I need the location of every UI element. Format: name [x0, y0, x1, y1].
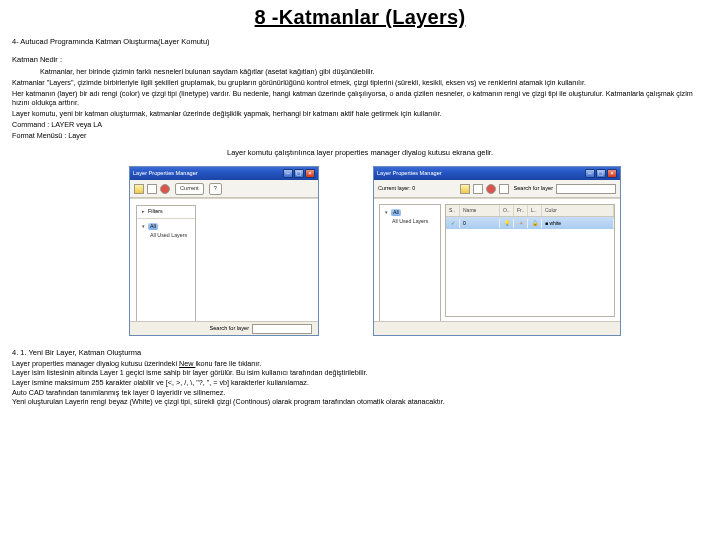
toolbar: Current layer: 0 Search for layer [374, 180, 620, 198]
subheader: 4- Autucad Programında Katman Oluşturma(… [12, 37, 708, 47]
lock-icon[interactable]: 🔓 [528, 219, 542, 228]
section-katman-nedir: Katman Nedir : [12, 55, 708, 65]
filter-item-all[interactable]: ▾ All [140, 222, 192, 231]
filter-item-label: All Used Layers [392, 218, 428, 225]
content-area: 4- Autucad Programında Katman Oluşturma(… [0, 37, 720, 407]
col-color[interactable]: Color [542, 205, 614, 216]
new-keyword: New [179, 359, 195, 368]
window-buttons: – ▢ × [283, 169, 315, 178]
freeze-icon[interactable]: ☀ [514, 219, 528, 228]
window-buttons: – ▢ × [585, 169, 617, 178]
col-on[interactable]: O.. [500, 205, 514, 216]
paragraph: Layer komutu, yeni bir katman oluşturmak… [12, 109, 708, 119]
filter-item-label: All [391, 209, 401, 216]
paragraph: Katmanlar, her birinde çizimin farklı ne… [40, 67, 708, 77]
layer-row[interactable]: ✓ 0 💡 ☀ 🔓 ■ white [446, 217, 614, 229]
layer-manager-dialog-large: Layer Properties Manager – ▢ × Current l… [373, 166, 621, 336]
set-current-icon[interactable] [160, 184, 170, 194]
new-layer-icon[interactable] [460, 184, 470, 194]
minimize-button[interactable]: – [283, 169, 293, 178]
statusbar: Search for layer [130, 321, 318, 335]
maximize-button[interactable]: ▢ [294, 169, 304, 178]
paragraph: Layer isim listesinin altında Layer 1 ge… [12, 368, 708, 378]
help-button[interactable]: ? [209, 183, 222, 195]
filter-label: Filters [148, 208, 163, 215]
minimize-button[interactable]: – [585, 169, 595, 178]
delete-layer-icon[interactable] [486, 184, 496, 194]
text: ikonu fare ile tıklanır. [195, 359, 261, 368]
maximize-button[interactable]: ▢ [596, 169, 606, 178]
window-title: Layer Properties Manager [133, 170, 198, 178]
paragraph: Yeni oluşturulan Layerin rengi beyaz (Wh… [12, 397, 708, 407]
filter-header: ▸ Filters [137, 206, 195, 218]
titlebar: Layer Properties Manager – ▢ × [130, 167, 318, 180]
search-input[interactable] [556, 184, 616, 194]
col-name[interactable]: Name [460, 205, 500, 216]
current-button[interactable]: Current [175, 183, 204, 195]
current-layer-label: Current layer: 0 [378, 185, 415, 192]
titlebar: Layer Properties Manager – ▢ × [374, 167, 620, 180]
paragraph: Format Menüsü : Layer [12, 131, 708, 141]
window-title: Layer Properties Manager [377, 170, 442, 178]
search-label: Search for layer [514, 185, 553, 193]
cell-status: ✓ [446, 219, 460, 228]
set-current-icon[interactable] [499, 184, 509, 194]
col-lock[interactable]: L.. [528, 205, 542, 216]
new-group-icon[interactable] [473, 184, 483, 194]
search-label: Search for layer [210, 325, 249, 333]
page-title: 8 -Katmanlar (Layers) [0, 0, 720, 37]
filter-item-used[interactable]: All Used Layers [140, 231, 192, 240]
filter-item-label: All Used Layers [150, 232, 187, 239]
layer-manager-dialog-small: Layer Properties Manager – ▢ × Current ? [129, 166, 319, 336]
expand-icon[interactable]: ▸ [140, 208, 146, 215]
col-freeze[interactable]: Fr.. [514, 205, 528, 216]
cell-color[interactable]: ■ white [542, 219, 614, 228]
filter-item-used[interactable]: All Used Layers [383, 217, 437, 226]
filter-tree: ▾ All All Used Layers [379, 204, 441, 326]
collapse-icon: ▾ [140, 223, 146, 230]
new-layer-icon[interactable] [134, 184, 144, 194]
delete-layer-icon[interactable] [147, 184, 157, 194]
on-icon[interactable]: 💡 [500, 219, 514, 228]
filter-tree: ▸ Filters ▾ All All Used Layers [136, 205, 196, 323]
paragraph: Auto CAD tarafından tanımlanmış tek laye… [12, 388, 708, 398]
paragraph: Katmanlar "Layers", çizimde birbirleriyl… [12, 78, 708, 88]
paragraph: Layer properties manager diyalog kutusu … [12, 359, 708, 369]
close-button[interactable]: × [305, 169, 315, 178]
layer-grid: S.. Name O.. Fr.. L.. Color ✓ 0 💡 ☀ 🔓 ■ … [445, 204, 615, 317]
grid-header: S.. Name O.. Fr.. L.. Color [446, 205, 614, 217]
filter-item-label: All [148, 223, 158, 230]
paragraph: Layer ismine maksimum 255 karakter olabi… [12, 378, 708, 388]
toolbar: Current ? [130, 180, 318, 198]
search-input[interactable] [252, 324, 312, 334]
filter-item-all[interactable]: ▾ All [383, 208, 437, 217]
col-status[interactable]: S.. [446, 205, 460, 216]
center-caption: Layer komutu çalıştırılınca layer proper… [12, 148, 708, 158]
paragraph: Command : LAYER veya LA [12, 120, 708, 130]
section-4-1-heading: 4. 1. Yeni Bir Layer, Katman Oluşturma [12, 348, 708, 358]
close-button[interactable]: × [607, 169, 617, 178]
text: Layer properties manager diyalog kutusu … [12, 359, 179, 368]
paragraph: Her katmanın (layer) bir adı rengi (colo… [12, 89, 708, 108]
cell-name: 0 [460, 219, 500, 228]
statusbar [374, 321, 620, 335]
collapse-icon: ▾ [383, 209, 389, 216]
screenshot-row: Layer Properties Manager – ▢ × Current ? [12, 166, 708, 336]
